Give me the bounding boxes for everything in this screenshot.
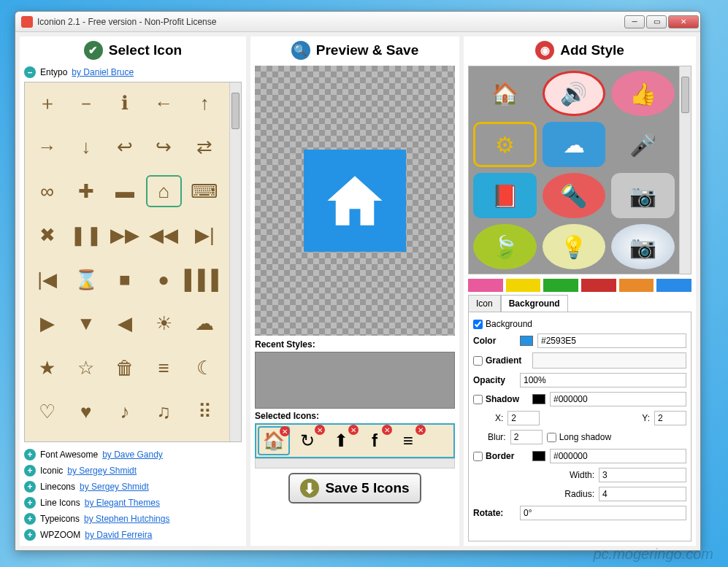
expand-source-button[interactable]: [24, 513, 36, 525]
selected-icon-database[interactable]: ≡✕: [392, 426, 424, 455]
selected-icons-scrollbar[interactable]: [255, 458, 455, 468]
opacity-input[interactable]: [520, 373, 686, 387]
source-author-link[interactable]: by Daniel Bruce: [72, 67, 134, 77]
icon-cell[interactable]: ♡: [29, 396, 65, 428]
selected-icon-rotate[interactable]: ↻✕: [291, 426, 323, 455]
border-radius-input[interactable]: [599, 487, 686, 501]
tab-icon[interactable]: Icon: [468, 295, 501, 312]
icon-cell[interactable]: ★: [29, 352, 65, 384]
icon-cell[interactable]: ⠿: [185, 396, 225, 428]
shadow-y-input[interactable]: [654, 411, 686, 425]
maximize-button[interactable]: ▭: [646, 15, 667, 28]
icon-cell[interactable]: 🗑: [107, 352, 142, 384]
style-preset[interactable]: 👍: [611, 71, 675, 116]
collapse-source-button[interactable]: [24, 66, 36, 78]
style-preset[interactable]: 🔦: [543, 173, 606, 218]
blur-input[interactable]: [510, 430, 543, 444]
quick-color-swatch[interactable]: [468, 279, 503, 292]
style-preset[interactable]: 🏠: [473, 71, 537, 116]
shadow-checkbox[interactable]: Shadow: [473, 394, 528, 404]
style-preset[interactable]: 📷: [611, 173, 675, 218]
icon-cell[interactable]: ▼: [68, 308, 104, 340]
style-preset[interactable]: ☁: [543, 122, 606, 167]
icon-cell[interactable]: ▶|: [185, 220, 225, 252]
close-button[interactable]: ✕: [668, 15, 699, 28]
icon-cell[interactable]: ←: [146, 87, 182, 119]
icon-cell[interactable]: ◀◀: [146, 220, 182, 252]
icon-cell[interactable]: ▶▶: [107, 220, 142, 252]
icon-cell[interactable]: ↩: [107, 131, 142, 163]
tab-background[interactable]: Background: [501, 295, 568, 312]
selected-icon-home[interactable]: 🏠✕: [258, 426, 290, 455]
icon-cell[interactable]: ∞: [29, 175, 65, 207]
icon-cell[interactable]: ♥: [68, 396, 104, 428]
icon-cell[interactable]: ◀: [107, 308, 142, 340]
style-grid-scrollbar[interactable]: [679, 66, 691, 274]
icon-cell[interactable]: ✖: [29, 220, 65, 252]
icon-cell[interactable]: ☁: [185, 308, 225, 340]
shadow-color-chip[interactable]: [532, 394, 545, 404]
source-author-link[interactable]: by Dave Gandy: [102, 450, 163, 460]
style-preset[interactable]: ⚙: [473, 122, 537, 167]
recent-styles-box[interactable]: [255, 352, 455, 409]
source-author-link[interactable]: by Sergey Shmidt: [80, 482, 149, 492]
icon-cell[interactable]: ↓: [68, 131, 104, 163]
style-preset[interactable]: 🔊: [543, 71, 606, 116]
icon-cell[interactable]: ↑: [185, 87, 225, 119]
save-button[interactable]: ⬇ Save 5 Icons: [288, 473, 421, 504]
quick-color-swatch[interactable]: [506, 279, 541, 292]
icon-cell[interactable]: －: [68, 87, 104, 119]
border-checkbox[interactable]: Border: [473, 451, 528, 461]
shadow-x-input[interactable]: [507, 411, 540, 425]
source-author-link[interactable]: by Sergey Shmidt: [67, 466, 137, 476]
shadow-color-input[interactable]: [550, 392, 686, 406]
icon-cell[interactable]: ♪: [107, 396, 142, 428]
icon-cell[interactable]: |◀: [29, 263, 65, 296]
icon-cell[interactable]: ☾: [185, 352, 225, 384]
expand-source-button[interactable]: [24, 465, 36, 477]
expand-source-button[interactable]: [24, 481, 36, 493]
source-author-link[interactable]: by Stephen Hutchings: [84, 514, 169, 524]
icon-cell[interactable]: ✚: [68, 175, 104, 207]
rotate-input[interactable]: [520, 506, 686, 520]
icon-cell[interactable]: ❚❚: [68, 220, 104, 252]
quick-color-swatch[interactable]: [619, 279, 654, 292]
source-author-link[interactable]: by David Ferreira: [85, 530, 152, 540]
icon-cell[interactable]: ▶: [29, 308, 65, 340]
icon-cell[interactable]: →: [29, 131, 65, 163]
icon-cell[interactable]: ⌨: [185, 175, 225, 207]
longshadow-checkbox[interactable]: Long shadow: [547, 432, 611, 442]
icon-cell[interactable]: ≡: [146, 352, 182, 384]
expand-source-button[interactable]: [24, 497, 36, 509]
icon-cell[interactable]: ⌛: [68, 263, 104, 296]
quick-color-swatch[interactable]: [581, 279, 616, 292]
expand-source-button[interactable]: [24, 529, 36, 541]
border-color-chip[interactable]: [532, 451, 545, 461]
minimize-button[interactable]: ─: [624, 15, 645, 28]
source-author-link[interactable]: by Elegant Themes: [85, 498, 160, 508]
icon-cell[interactable]: ＋: [29, 87, 65, 119]
color-chip[interactable]: [520, 336, 533, 346]
selected-icon-facebook[interactable]: f✕: [359, 426, 391, 455]
icon-cell[interactable]: ⇄: [185, 131, 225, 163]
style-preset[interactable]: 📕: [473, 173, 537, 218]
icon-cell[interactable]: ▬: [107, 175, 142, 207]
icon-cell[interactable]: ■: [107, 263, 142, 296]
selected-icon-upload[interactable]: ⬆✕: [325, 426, 357, 455]
style-preset[interactable]: 🍃: [473, 224, 537, 269]
quick-color-swatch[interactable]: [656, 279, 691, 292]
icon-cell[interactable]: ▌▌▌: [185, 263, 225, 296]
icon-cell[interactable]: ♫: [146, 396, 182, 428]
gradient-dropdown[interactable]: [532, 352, 686, 369]
icon-cell[interactable]: ℹ: [107, 87, 142, 119]
style-preset[interactable]: 💡: [543, 224, 606, 269]
gradient-checkbox[interactable]: Gradient: [473, 355, 528, 366]
icon-grid-scrollbar[interactable]: [229, 82, 241, 441]
expand-source-button[interactable]: [24, 449, 36, 460]
quick-color-swatch[interactable]: [543, 279, 578, 292]
icon-cell[interactable]: ⌂: [146, 175, 182, 207]
style-preset[interactable]: 📷: [611, 224, 675, 269]
icon-cell[interactable]: ●: [146, 263, 182, 296]
icon-cell[interactable]: ☆: [68, 352, 104, 384]
border-width-input[interactable]: [599, 468, 686, 482]
